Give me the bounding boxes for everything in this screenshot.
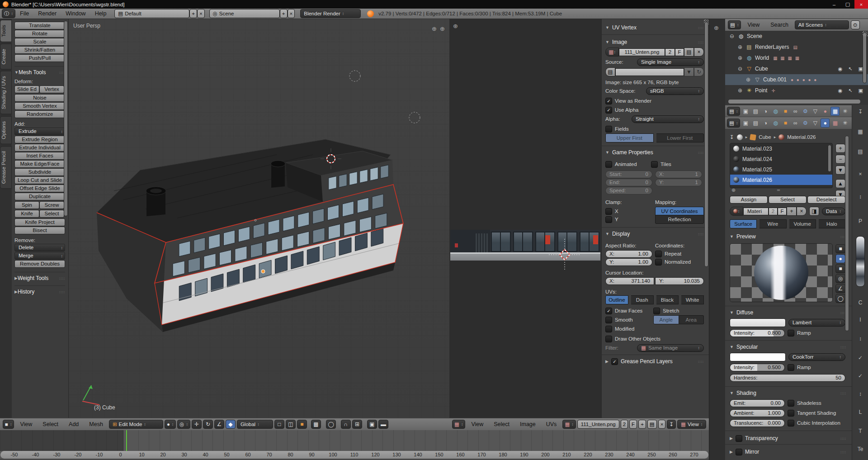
fields-checkbox[interactable] bbox=[605, 126, 612, 133]
toolshelf-scrollbar[interactable] bbox=[64, 21, 68, 216]
outliner-row[interactable]: ⊕ ◍ World ▦ ▦ ▦ ▦ bbox=[725, 52, 868, 63]
toolshelf-tab[interactable]: Grease Pencil bbox=[0, 146, 12, 189]
strip-icon[interactable]: ↕ bbox=[852, 194, 868, 200]
add-slot-button[interactable]: + bbox=[835, 144, 845, 153]
add-scene-button[interactable]: + bbox=[280, 9, 288, 18]
panel-game-properties[interactable]: ▼ Game Properties :::: bbox=[605, 148, 704, 156]
uv-draw-mode-button[interactable]: Outline bbox=[605, 295, 628, 304]
panel-specular[interactable]: ▼ Specular :::: bbox=[730, 343, 846, 351]
tool-shelf-item[interactable]: Push/Pull bbox=[14, 54, 65, 62]
mapping-uv-button[interactable]: UV Coordinates bbox=[655, 207, 704, 216]
strip-icon[interactable]: × bbox=[852, 171, 868, 177]
tool-shelf-item[interactable]: Remove Doubles bbox=[14, 260, 65, 268]
stretch-angle-button[interactable]: Angle bbox=[653, 315, 679, 324]
material-slot[interactable]: Material.023 bbox=[730, 143, 832, 154]
menu-item[interactable]: UVs bbox=[542, 421, 561, 427]
editor-type-selector[interactable]: ▤↕ bbox=[727, 119, 740, 128]
diffuse-intensity-slider[interactable]: Intensity:0.800 bbox=[730, 329, 785, 337]
properties-tab[interactable]: ▣ bbox=[741, 119, 750, 128]
image-users-button[interactable]: 2 bbox=[621, 420, 628, 429]
maximize-button[interactable]: ▢ bbox=[841, 0, 854, 9]
image-users-button[interactable]: 2 bbox=[665, 48, 675, 56]
aspect-y-field[interactable]: Y:1.00 bbox=[605, 258, 652, 266]
material-type-tab[interactable]: Wire bbox=[760, 219, 786, 228]
render-engine-selector[interactable]: Blender Render↕ bbox=[300, 9, 361, 18]
deselect-button[interactable]: Deselect bbox=[807, 196, 845, 204]
menu-item[interactable]: Help bbox=[90, 10, 111, 17]
tool-shelf-item[interactable]: Offset Edge Slide bbox=[14, 185, 65, 192]
menu-item[interactable]: Render bbox=[33, 10, 61, 17]
tiles-checkbox[interactable] bbox=[651, 161, 658, 168]
strip-icon[interactable]: C bbox=[852, 299, 868, 306]
manipulator-rotate-icon[interactable]: ↻ bbox=[203, 420, 213, 429]
colorspace-dropdown[interactable]: sRGB↕ bbox=[646, 87, 704, 95]
tool-shelf-item[interactable]: Screw bbox=[39, 201, 64, 209]
edge-select-icon[interactable]: ◫ bbox=[286, 420, 296, 429]
outliner-display-mode[interactable]: All Scenes↕ bbox=[795, 20, 849, 29]
use-alpha-row[interactable]: ✓ Use Alpha bbox=[605, 106, 704, 114]
timeline-editor[interactable]: -50-40-30-20-100102030405060708090100110… bbox=[0, 430, 709, 460]
menu-item[interactable]: View bbox=[467, 421, 488, 427]
toolshelf-tab[interactable]: Shading / UVs bbox=[0, 71, 12, 114]
timeline-track[interactable] bbox=[0, 430, 709, 451]
outliner-row[interactable]: ⊖ ▽ Cube ◉ ↖ ▣ bbox=[725, 63, 868, 74]
mirror-checkbox[interactable] bbox=[736, 449, 742, 455]
tool-shelf-item[interactable]: Extrude Individual bbox=[14, 144, 65, 152]
tool-shelf-item[interactable]: Slide Ed bbox=[14, 85, 39, 93]
grease-pencil-checkbox[interactable]: ✓ bbox=[611, 358, 618, 365]
use-alpha-checkbox[interactable]: ✓ bbox=[605, 107, 612, 114]
tool-shelf-item[interactable]: Duplicate bbox=[14, 193, 65, 200]
search-icon[interactable]: ⊙ bbox=[851, 20, 860, 29]
material-list-scrollbar[interactable] bbox=[828, 145, 831, 172]
image-view-mode-selector[interactable]: ▦ View↕ bbox=[677, 420, 706, 429]
anim-end-field[interactable]: End:0 bbox=[605, 179, 652, 186]
diffuse-ramp-checkbox[interactable] bbox=[788, 330, 794, 337]
normalized-checkbox[interactable] bbox=[655, 259, 662, 266]
editor-type-selector[interactable]: ⓘ ↕ bbox=[2, 9, 15, 18]
tool-shelf-item[interactable]: Scale bbox=[14, 38, 65, 46]
properties-tab[interactable]: ● bbox=[821, 119, 830, 128]
properties-tab[interactable]: ∞ bbox=[791, 107, 800, 116]
tangent-shading-checkbox[interactable] bbox=[788, 410, 794, 417]
fake-user-button[interactable]: F bbox=[778, 208, 787, 215]
outliner-hscrollbar[interactable] bbox=[728, 99, 861, 104]
tool-shelf-item[interactable]: Add: bbox=[14, 121, 65, 127]
timeline-ruler[interactable]: -50-40-30-20-100102030405060708090100110… bbox=[0, 451, 708, 459]
preview-monkey-button[interactable]: ◎ bbox=[835, 274, 845, 283]
tool-shelf-item[interactable]: Loop Cut and Slide bbox=[14, 176, 65, 184]
clamp-y-checkbox[interactable] bbox=[605, 216, 612, 223]
vertex-select-icon[interactable]: □ bbox=[274, 420, 284, 429]
translucency-field[interactable]: Translucenc:0.000 bbox=[730, 419, 785, 427]
cubic-interpolation-checkbox[interactable] bbox=[788, 420, 794, 427]
preview-cube-button[interactable]: ■ bbox=[835, 264, 845, 273]
outliner-row[interactable]: ⊕ ✳ Point.001 ✛ ↖ ▣ bbox=[725, 96, 868, 99]
strip-icon[interactable]: ▦ bbox=[852, 128, 868, 135]
assign-button[interactable]: Assign bbox=[730, 196, 768, 204]
properties-tab[interactable]: ▤ bbox=[751, 119, 760, 128]
nodes-button[interactable]: ◨ bbox=[809, 207, 819, 216]
minimize-button[interactable]: – bbox=[827, 0, 841, 9]
tool-shelf-item[interactable]: Randomize bbox=[14, 110, 65, 118]
outliner-view-menu[interactable]: View bbox=[743, 22, 764, 28]
material-slot[interactable]: Material.026 bbox=[730, 175, 832, 185]
panel-transparency[interactable]: ▶ Transparency :::: bbox=[730, 434, 846, 442]
toolshelf-tab[interactable]: Tools bbox=[0, 20, 12, 42]
menu-item[interactable]: Mesh bbox=[85, 421, 108, 427]
image-browse-button[interactable]: ▦↕ bbox=[605, 47, 619, 57]
filter-dropdown[interactable]: ▦ Same Image↕ bbox=[637, 344, 704, 352]
strip-icon[interactable]: P bbox=[852, 218, 868, 224]
unlink-material-button[interactable]: × bbox=[797, 207, 807, 216]
draw-faces-checkbox[interactable]: ✓ bbox=[605, 308, 612, 314]
repeat-checkbox[interactable] bbox=[655, 251, 662, 257]
tool-shelf-item[interactable]: Select bbox=[39, 210, 64, 218]
breadcrumb-object[interactable]: Cube bbox=[759, 134, 771, 140]
pivot-point-selector[interactable]: ◎ ↕ bbox=[177, 420, 190, 429]
preview-sphere-button[interactable]: ● bbox=[835, 254, 845, 263]
panel-uv-vertex[interactable]: ▼ UV Vertex :::: bbox=[605, 24, 704, 32]
outliner-vscrollbar[interactable] bbox=[863, 33, 867, 83]
preview-flat-button[interactable]: ■ bbox=[835, 244, 845, 253]
expand-panel-icon[interactable]: ⊕ bbox=[714, 24, 719, 31]
strip-icon[interactable]: ✓ bbox=[852, 373, 868, 379]
specular-intensity-slider[interactable]: Intensity:0.500 bbox=[730, 364, 785, 371]
uv-draw-mode-button[interactable]: Black bbox=[656, 295, 679, 304]
